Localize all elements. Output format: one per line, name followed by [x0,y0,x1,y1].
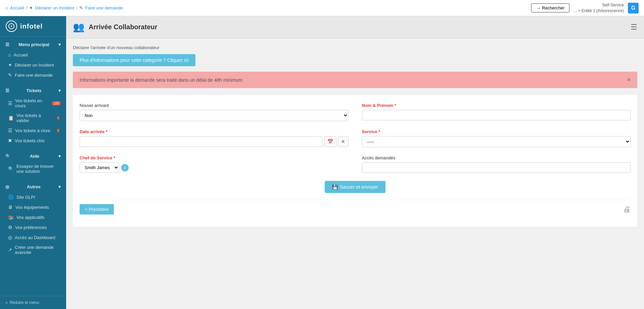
reduce-icon: « [5,300,8,305]
date-arrivee-label: Date arrivée * [80,129,349,134]
clear-date-icon[interactable]: ✕ [338,136,349,147]
print-icon[interactable]: 🖨 [623,205,631,214]
autres-section-header[interactable]: ◎ Autres ▾ [0,182,66,192]
reduce-label: Réduire le menu [10,300,39,305]
sidebar-item-tickets-clore[interactable]: ☰ Vos tickets à clore 0 [0,125,66,136]
rechercher-button[interactable]: → Rechercher [531,3,569,12]
date-arrivee-input[interactable] [80,137,323,147]
form-footer: < Précédent 🖨 [80,200,631,219]
home-icon: ⌂ [5,5,8,10]
search-icon: 🔍 [8,166,14,171]
aide-section-header[interactable]: 🔍 Aide ▾ [0,151,66,161]
tickets-clore-badge: 0 [55,128,61,133]
form-row-2: Date arrivée * 📅 ✕ Service * ----- [80,129,631,147]
sidebar-item-equipements[interactable]: 🖥 Vos équipements [0,202,66,212]
form-group-nouvel-arrivant: Nouvel arrivant Non Oui [80,103,349,121]
demande-icon: ✎ [8,72,12,78]
sidebar: infotel ☰ Menu principal ▾ ⌂ Accueil ✦ D… [0,16,66,309]
gear-icon: ⚙ [8,225,12,230]
sidebar-item-tickets-clos[interactable]: ✖ Vos tickets clos [0,136,66,146]
self-service-info: Self-Service ... > Entité 1 (Arborescenc… [573,2,624,14]
nouvel-arrivant-select[interactable]: Non Oui [80,110,349,121]
sidebar-item-site-glpi[interactable]: 🌐 Site GLPI [0,192,66,202]
tickets-section-header[interactable]: ☰ Tickets ▾ [0,85,66,96]
dashboard-icon: ◎ [8,235,12,240]
breadcrumb-incident[interactable]: Déclarer un Incident [35,5,74,10]
chef-wrapper: Smith James i [80,162,349,173]
sidebar-item-essayez[interactable]: 🔍 Essayez de trouver une solution [0,161,66,176]
layout: infotel ☰ Menu principal ▾ ⌂ Accueil ✦ D… [0,16,644,309]
chef-service-select[interactable]: Smith James [80,162,119,173]
breadcrumb: ⌂ Accueil / ✦ Déclarer un Incident / ✎ F… [5,5,531,10]
alert-text: Informations importante la demande sera … [80,77,242,83]
sidebar-item-dashboard[interactable]: ◎ Accès au Dashboard [0,232,66,242]
content-subtitle: Déclarer l'arrivée d'un nouveau collabor… [73,45,637,50]
date-input-wrapper: 📅 ✕ [80,136,349,147]
main-content: 👥 Arrivée Collaborateur ☰ Déclarer l'arr… [66,16,644,309]
form-container: Nouvel arrivant Non Oui Nom & Prénom * [73,95,637,227]
home-icon: ⌂ [8,52,11,57]
alert-banner: Informations importante la demande sera … [73,72,637,88]
nom-prenom-input[interactable] [362,110,631,120]
tickets-valider-badge: 0 [55,116,61,120]
sidebar-item-essayez-label: Essayez de trouver une solution [16,164,61,174]
service-select[interactable]: ----- [362,136,631,147]
page-header-left: 👥 Arrivée Collaborateur [73,22,157,33]
svg-point-2 [11,26,12,27]
more-info-button[interactable]: Plus d'informations pour cette catégorie… [73,54,195,66]
alert-close-button[interactable]: × [627,76,631,83]
page-title: Arrivée Collaborateur [89,23,157,31]
incident-icon: ✦ [29,5,33,10]
form-row-1: Nouvel arrivant Non Oui Nom & Prénom * [80,103,631,121]
sidebar-item-preferences[interactable]: ⚙ Vos préférences [0,222,66,232]
sidebar-item-equipements-label: Vos équipements [15,205,49,210]
form-row-3: Chef de Service * Smith James i Accès de… [80,155,631,173]
sidebar-item-declarer-incident[interactable]: ✦ Déclarer un Incident [0,60,66,70]
breadcrumb-sep2: / [76,5,78,10]
form-group-nom-prenom: Nom & Prénom * [362,103,631,121]
gritter-icon[interactable]: G [628,3,639,13]
page-header: 👥 Arrivée Collaborateur ☰ [66,16,644,38]
aide-chevron-icon: ▾ [58,154,61,159]
sidebar-item-preferences-label: Vos préférences [15,225,47,230]
sidebar-item-tickets-valider-label: Vos tickets à valider [16,113,53,123]
apps-icon: 📚 [8,215,14,220]
list-icon: ☰ [8,101,12,106]
sidebar-logo: infotel [0,16,66,37]
topbar-right: → Rechercher Self-Service ... > Entité 1… [531,2,639,14]
tickets-cours-badge: 100 [52,101,61,106]
sidebar-item-site-glpi-label: Site GLPI [16,195,35,200]
aide-icon: 🔍 [5,154,11,159]
sidebar-item-tickets-cours[interactable]: ☰ Vos tickets en cours 100 [0,96,66,111]
sidebar-item-tickets-valider[interactable]: 📋 Vos tickets à valider 0 [0,111,66,125]
breadcrumb-sep1: / [26,5,28,10]
save-button[interactable]: 💾 Sauver et envoyer [325,181,385,193]
tickets-chevron-icon: ▾ [58,88,61,93]
sidebar-item-applicatifs-label: Vos applicatifs [16,215,44,220]
save-label: Sauver et envoyer [340,184,378,190]
aide-section: 🔍 Aide ▾ 🔍 Essayez de trouver une soluti… [0,148,66,179]
acces-demandes-input[interactable] [362,162,631,173]
save-icon: 💾 [332,184,338,190]
prev-button[interactable]: < Précédent [80,204,114,215]
breadcrumb-home[interactable]: Accueil [10,5,24,10]
sidebar-reduce-button[interactable]: « Réduire le menu [0,296,66,309]
form-group-service: Service * ----- [362,129,631,147]
menu-icon[interactable]: ☰ [631,23,637,32]
autres-label: Autres [27,184,41,189]
sidebar-item-applicatifs[interactable]: 📚 Vos applicatifs [0,212,66,222]
demande-icon: ✎ [79,5,83,10]
breadcrumb-demande[interactable]: Faire une demande [85,5,123,10]
close-icon: ✖ [8,138,12,143]
chevron-down-icon: ▾ [58,42,61,47]
incident-icon: ✦ [8,62,12,68]
sidebar-item-demande-avancee[interactable]: ↗ Créer une demande avancée [0,242,66,257]
sidebar-item-accueil[interactable]: ⌂ Accueil [0,50,66,60]
chef-info-icon[interactable]: i [121,164,129,171]
calendar-icon[interactable]: 📅 [324,136,336,147]
collaborateur-icon: 👥 [73,22,85,33]
tickets-label: Tickets [27,88,42,93]
sidebar-item-demande-avancee-label: Créer une demande avancée [15,245,61,255]
sidebar-item-faire-demande[interactable]: ✎ Faire une demande [0,70,66,80]
menu-principal-header[interactable]: ☰ Menu principal ▾ [0,39,66,50]
